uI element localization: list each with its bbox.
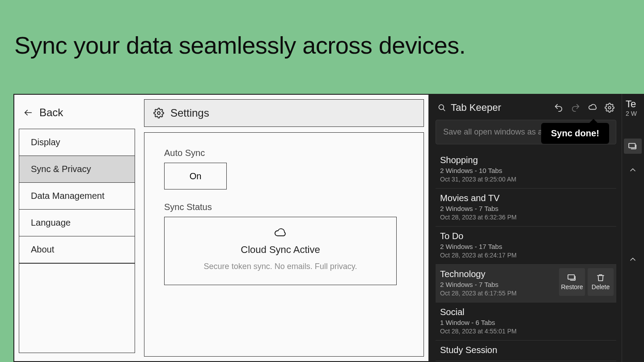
settings-sidebar: Back Display Sync & Privacy Data Managem… [14,95,140,361]
restore-button[interactable]: Restore [559,268,585,296]
tabkeeper-title: Tab Keeper [451,102,501,114]
delete-label: Delete [592,283,610,290]
chevron-up-icon[interactable] [628,255,637,264]
restore-icon [567,274,577,282]
svg-line-3 [443,109,445,111]
redo-icon[interactable] [571,103,580,113]
session-title: To Do [440,231,612,241]
chevron-up-icon[interactable] [628,165,637,174]
tabkeeper-panel: Tab Keeper [429,94,644,362]
trash-icon [596,274,606,282]
settings-window: Back Display Sync & Privacy Data Managem… [13,94,429,362]
undo-icon[interactable] [554,103,564,113]
settings-header-label: Settings [170,107,209,119]
sync-status-label: Sync Status [164,202,404,212]
session-date: Oct 28, 2023 at 6:32:36 PM [440,214,612,221]
tabkeeper-toolbar [554,103,614,113]
svg-point-1 [157,112,160,114]
sync-status-box: Cloud Sync Active Secure token sync. No … [164,217,397,285]
session-meta: 2 Windows - 10 Tabs [440,167,612,174]
auto-sync-toggle[interactable]: On [164,163,227,189]
back-button[interactable]: Back [19,99,135,129]
session-title: Social [440,307,612,317]
gear-icon [153,108,164,118]
arrow-left-icon [23,108,33,118]
settings-header: Settings [144,99,424,127]
gear-icon[interactable] [605,103,614,113]
back-label: Back [39,106,63,119]
menu-item-data-management[interactable]: Data Management [19,183,135,210]
menu-item-sync-privacy[interactable]: Sync & Privacy [19,156,135,183]
settings-body: Auto Sync On Sync Status Cloud Sync Acti… [144,132,424,357]
sync-done-tooltip: Sync done! [541,123,609,144]
delete-button[interactable]: Delete [588,268,614,296]
sync-status-subtitle: Secure token sync. No emails. Full priva… [174,262,387,271]
session-meta: 1 Window - 6 Tabs [440,319,612,326]
session-date: Oct 28, 2023 at 6:24:17 PM [440,252,612,259]
svg-rect-6 [629,143,635,148]
session-item[interactable]: Study Session [436,341,616,361]
restore-icon [628,142,638,150]
detail-meta-fragment: 2 W [622,110,644,117]
restore-label: Restore [561,283,583,290]
svg-rect-5 [568,275,574,279]
session-title: Study Session [440,345,612,355]
session-meta: 2 Windows - 7 Tabs [440,205,612,212]
detail-title-fragment: Te [622,98,644,110]
session-title: Shopping [440,155,612,165]
session-title: Movies and TV [440,193,612,203]
search-icon[interactable] [437,103,446,112]
cloud-sync-icon[interactable] [588,103,597,113]
menu-item-about[interactable]: About [19,236,135,263]
detail-restore-button[interactable] [624,139,642,154]
session-date: Oct 28, 2023 at 4:55:01 PM [440,328,612,335]
tabkeeper-detail-column: Te 2 W [622,94,644,362]
settings-menu: Display Sync & Privacy Data Management L… [19,129,135,353]
menu-item-language[interactable]: Language [19,210,135,236]
session-item[interactable]: Technology 2 Windows - 7 Tabs Oct 28, 20… [436,265,616,303]
menu-item-display[interactable]: Display [19,129,135,156]
session-item[interactable]: Movies and TV 2 Windows - 7 Tabs Oct 28,… [436,189,616,227]
session-item[interactable]: Social 1 Window - 6 Tabs Oct 28, 2023 at… [436,303,616,341]
session-date: Oct 31, 2023 at 9:25:00 AM [440,176,612,183]
page-headline: Sync your data seamlessly across devices… [0,0,644,59]
cloud-icon [274,228,287,239]
auto-sync-label: Auto Sync [164,148,404,158]
session-item[interactable]: To Do 2 Windows - 17 Tabs Oct 28, 2023 a… [436,227,616,265]
svg-point-4 [608,106,611,109]
sync-status-title: Cloud Sync Active [174,244,387,256]
tabkeeper-header: Tab Keeper [436,98,616,120]
session-list: Shopping 2 Windows - 10 Tabs Oct 31, 202… [436,151,616,361]
session-meta: 2 Windows - 17 Tabs [440,243,612,250]
settings-content: Settings Auto Sync On Sync Status Cloud … [140,95,428,361]
session-item[interactable]: Shopping 2 Windows - 10 Tabs Oct 31, 202… [436,151,616,189]
